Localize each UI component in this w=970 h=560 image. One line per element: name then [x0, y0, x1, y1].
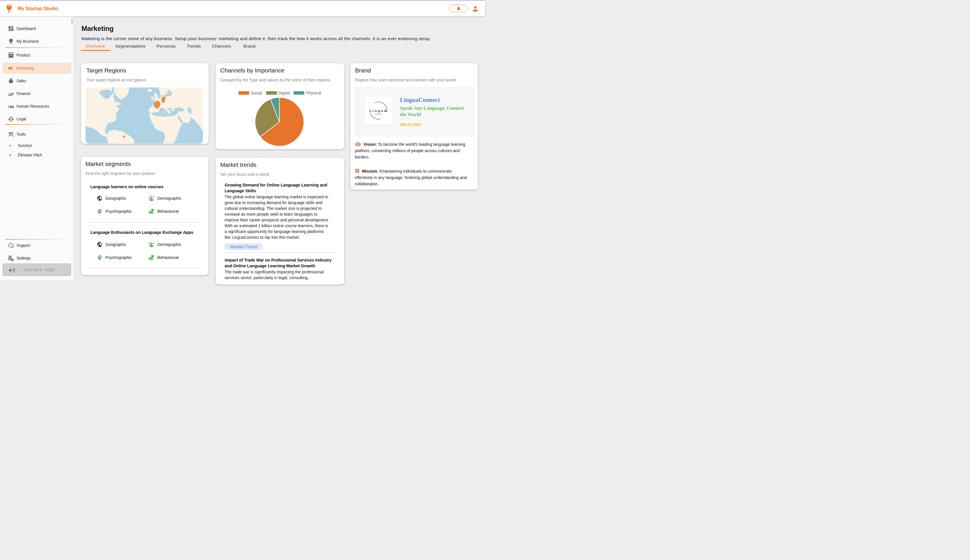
svg-text:CONNECT: CONNECT: [375, 114, 382, 115]
svg-text:LinguA: LinguA: [370, 109, 388, 113]
